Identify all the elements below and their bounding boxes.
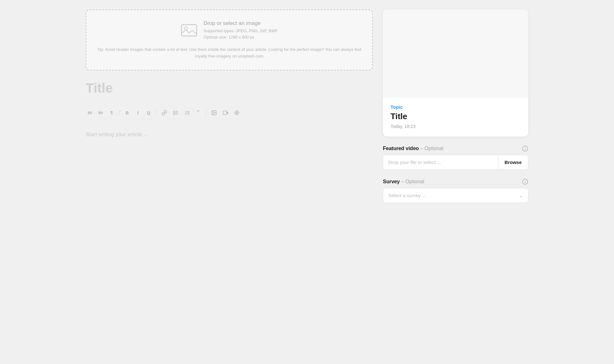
right-panel: Topic Title Today, 18:23 Featured video … <box>383 9 528 203</box>
toolbar-paragraph-button[interactable]: ¶ <box>107 108 116 117</box>
toolbar-heading2-button[interactable]: H2 <box>96 108 105 117</box>
preview-title: Title <box>390 112 521 121</box>
editor-content-area[interactable]: Start writing your article ... <box>86 129 373 224</box>
survey-info-icon[interactable] <box>522 179 528 185</box>
survey-select-placeholder: Select a survey ... <box>388 193 426 198</box>
browse-button[interactable]: Browse <box>498 155 528 169</box>
featured-video-section: Featured video – Optional Browse <box>383 145 528 170</box>
survey-header: Survey – Optional <box>383 179 528 185</box>
svg-point-5 <box>174 111 174 112</box>
editor-placeholder: Start writing your article ... <box>86 131 148 137</box>
toolbar-image-button[interactable] <box>209 108 219 117</box>
svg-point-7 <box>174 114 174 114</box>
image-drop-zone[interactable]: Drop or select an image Supported types:… <box>86 9 373 70</box>
toolbar-underline-button[interactable]: U <box>144 108 153 117</box>
image-supported-types: Supported types: JPEG, PNG, GIF, BMP <box>204 28 278 34</box>
svg-point-15 <box>235 111 239 115</box>
featured-video-info-icon[interactable] <box>522 145 528 152</box>
toolbar-italic-button[interactable]: I <box>133 108 142 117</box>
editor-toolbar: H1 H2 ¶ B I U " <box>86 106 373 120</box>
left-panel: Drop or select an image Supported types:… <box>86 9 373 224</box>
image-drop-title: Drop or select an image <box>204 20 278 27</box>
toolbar-divider-3 <box>206 110 206 116</box>
image-optimal-size: Optimal size: 1280 x 800 px <box>204 34 278 40</box>
svg-rect-0 <box>181 25 197 36</box>
svg-point-12 <box>213 112 213 112</box>
toolbar-podcast-button[interactable] <box>232 108 242 117</box>
survey-select-dropdown[interactable]: Select a survey ... ⌄ <box>383 188 528 203</box>
featured-video-optional: – Optional <box>420 146 443 151</box>
article-preview-card: Topic Title Today, 18:23 <box>383 9 528 136</box>
toolbar-heading1-button[interactable]: H1 <box>86 108 95 117</box>
preview-content: Topic Title Today, 18:23 <box>383 98 528 136</box>
svg-point-16 <box>236 112 238 113</box>
toolbar-numbered-list-button[interactable] <box>182 108 192 117</box>
featured-video-header: Featured video – Optional <box>383 145 528 152</box>
toolbar-divider-1 <box>119 110 120 116</box>
survey-section: Survey – Optional Select a survey ... ⌄ <box>383 179 528 203</box>
article-title-input[interactable] <box>86 79 373 97</box>
svg-rect-13 <box>223 111 227 115</box>
svg-point-6 <box>174 112 174 113</box>
toolbar-link-button[interactable] <box>160 108 169 117</box>
image-drop-tip: Tip: Avoid header images that contain a … <box>94 46 365 60</box>
video-file-input[interactable] <box>383 155 498 169</box>
toolbar-bullet-list-button[interactable] <box>171 108 181 117</box>
file-input-row: Browse <box>383 155 528 170</box>
toolbar-video-button[interactable] <box>221 108 230 117</box>
chevron-down-icon: ⌄ <box>519 193 523 198</box>
survey-label: Survey – Optional <box>383 179 424 185</box>
survey-optional: – Optional <box>401 179 424 184</box>
image-placeholder-icon <box>181 22 197 39</box>
preview-image-area <box>383 9 528 98</box>
toolbar-bold-button[interactable]: B <box>123 108 132 117</box>
preview-date: Today, 18:23 <box>390 124 521 129</box>
featured-video-label: Featured video – Optional <box>383 146 443 151</box>
toolbar-divider-2 <box>156 110 157 116</box>
toolbar-quote-button[interactable]: " <box>194 108 203 117</box>
preview-topic: Topic <box>390 104 521 110</box>
